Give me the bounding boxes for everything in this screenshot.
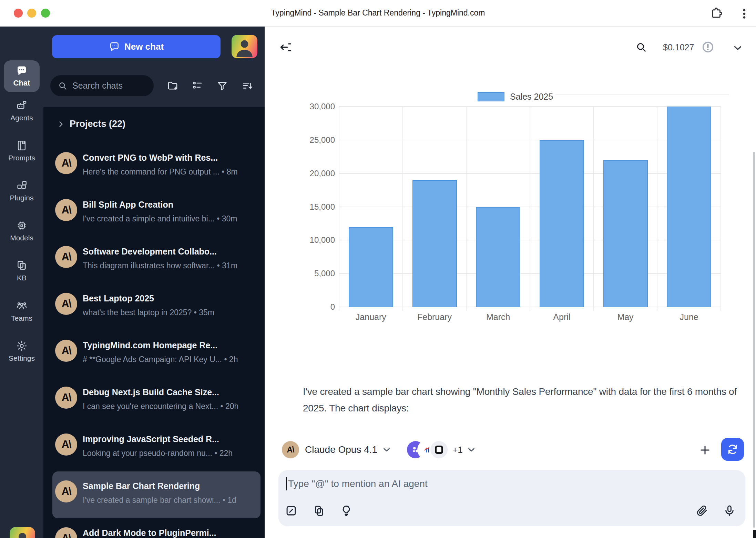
cost-warning-icon[interactable] — [702, 41, 714, 53]
y-axis-tick: 10,000 — [287, 235, 335, 245]
plugins-chevron-icon[interactable] — [466, 445, 477, 455]
chat-list-item[interactable]: A\Debug Next.js Build Cache Size...I can… — [52, 378, 260, 425]
rail-item-label: Prompts — [8, 154, 35, 162]
x-axis-label: May — [594, 312, 657, 322]
chat-list-item[interactable]: A\Improving JavaScript Seeded R...Lookin… — [52, 425, 260, 471]
x-axis-label: March — [467, 312, 530, 322]
bar-april — [540, 140, 584, 307]
x-axis-label: January — [339, 312, 402, 322]
text-cursor — [286, 477, 287, 490]
chat-snippet: # **Google Ads Campaign: API Key U... • … — [83, 354, 257, 365]
window-titlebar: TypingMind - Sample Bar Chart Rendering … — [0, 0, 756, 27]
anthropic-logo-avatar: A\ — [55, 480, 77, 502]
model-selector-row: A\ Claude Opus 4.1 +1 — [282, 441, 477, 458]
new-chat-button[interactable]: New chat — [52, 35, 221, 58]
new-folder-icon[interactable] — [167, 80, 178, 92]
chat-title: Improving JavaScript Seeded R... — [83, 434, 257, 445]
chat-list-item[interactable]: A\Convert PNG to WebP with Res...Here's … — [52, 143, 260, 190]
search-placeholder: Search chats — [72, 81, 123, 91]
user-avatar[interactable] — [10, 527, 35, 538]
chat-bubble-icon — [16, 65, 28, 77]
copy-pages-kb-icon — [16, 260, 28, 271]
rail-item-prompts[interactable]: Prompts — [0, 140, 43, 176]
lightbulb-icon[interactable] — [340, 504, 353, 517]
anthropic-logo-avatar: A\ — [282, 441, 299, 458]
y-axis-tick: 25,000 — [287, 135, 335, 145]
chat-bubble-icon — [109, 41, 120, 52]
window-title: TypingMind - Sample Bar Chart Rendering … — [0, 8, 756, 18]
notebook-prompts-icon — [16, 140, 28, 151]
anthropic-logo-avatar: A\ — [55, 293, 77, 315]
model-chevron-icon[interactable] — [381, 445, 392, 455]
rail-item-label: Chat — [13, 79, 30, 88]
chat-title: Sample Bar Chart Rendering — [83, 480, 257, 491]
rail-item-models[interactable]: Models — [0, 220, 43, 256]
search-conversation-icon[interactable] — [635, 41, 647, 53]
search-icon — [58, 81, 68, 91]
filter-funnel-icon[interactable] — [216, 80, 228, 92]
bar-may — [603, 160, 648, 307]
projects-header[interactable]: Projects (22) — [70, 119, 125, 129]
rail-item-plugins[interactable]: Plugins — [0, 180, 43, 216]
chat-title: Software Development Collabo... — [83, 246, 257, 257]
projects-chevron-icon[interactable] — [57, 120, 65, 129]
person-silhouette — [10, 527, 35, 538]
bulk-select-list-icon[interactable] — [192, 80, 203, 92]
chat-list-item[interactable]: A\Sample Bar Chart RenderingI've created… — [52, 471, 260, 518]
edit-canvas-icon[interactable] — [285, 504, 298, 517]
bar-march — [476, 207, 520, 307]
rail-item-chat[interactable]: Chat — [4, 60, 40, 92]
legend-label: Sales 2025 — [510, 92, 553, 102]
assistant-message-text: I've created a sample bar chart showing … — [303, 383, 751, 417]
extensions-puzzle-icon[interactable] — [710, 7, 723, 20]
chat-list-item[interactable]: A\TypingMind.com Homepage Re...# **Googl… — [52, 331, 260, 378]
chart-legend[interactable]: Sales 2025 — [478, 92, 553, 102]
gridline-v — [657, 107, 657, 311]
square-glyph — [435, 446, 443, 454]
y-axis-tick: 0 — [287, 302, 335, 312]
chat-list-item[interactable]: A\Add Dark Mode to PluginPermi... — [52, 518, 260, 538]
chat-snippet: This diagram illustrates how softwar... … — [83, 260, 257, 271]
rail-item-settings[interactable]: Settings — [0, 340, 43, 376]
app-window: TypingMind - Sample Bar Chart Rendering … — [0, 0, 756, 538]
anthropic-logo-avatar: A\ — [55, 199, 77, 221]
scrollbar-thumb[interactable] — [753, 152, 755, 528]
regenerate-button[interactable] — [721, 438, 744, 461]
gridline-v — [466, 107, 467, 311]
scrollbar-corner — [753, 530, 756, 538]
people-teams-icon — [16, 300, 28, 312]
chat-title: Convert PNG to WebP with Res... — [83, 152, 257, 163]
gridline-v — [593, 107, 594, 311]
rail-item-agents[interactable]: Agents — [0, 100, 43, 136]
y-axis-tick: 30,000 — [287, 102, 335, 111]
add-attachment-plus-icon[interactable] — [699, 444, 711, 456]
chat-list-item[interactable]: A\Bill Split App CreationI've created a … — [52, 190, 260, 237]
chat-snippet: what's the best laptop in 2025? • 35m — [83, 307, 257, 318]
cost-display: $0.1027 — [663, 42, 694, 52]
browser-menu-kebab-icon[interactable] — [738, 8, 750, 20]
rail-item-label: Teams — [11, 314, 32, 322]
rail-item-kb[interactable]: KB — [0, 260, 43, 296]
chat-snippet: I can see you're encountering a Next... … — [83, 401, 257, 411]
microphone-icon[interactable] — [723, 504, 736, 517]
attach-paperclip-icon[interactable] — [695, 504, 708, 517]
gridline-v — [530, 107, 530, 311]
copy-pages-icon[interactable] — [312, 504, 325, 517]
bar-june — [667, 107, 711, 307]
rail-item-teams[interactable]: Teams — [0, 300, 43, 336]
anthropic-logo-avatar: A\ — [55, 246, 77, 268]
search-chats-input[interactable]: Search chats — [50, 75, 154, 96]
blocks-plugins-icon — [16, 180, 28, 191]
plugin-icon-3[interactable] — [430, 441, 448, 458]
profile-avatar[interactable] — [232, 35, 257, 58]
sort-icon[interactable] — [242, 80, 253, 92]
anthropic-logo-avatar: A\ — [55, 152, 77, 174]
collapse-sidebar-icon[interactable] — [279, 41, 292, 54]
chevron-down-icon[interactable] — [732, 42, 744, 54]
input-placeholder-row: Type "@" to mention an AI agent — [286, 477, 428, 490]
chat-list-item[interactable]: A\Software Development Collabo...This di… — [52, 237, 260, 284]
message-input[interactable]: Type "@" to mention an AI agent — [278, 470, 745, 526]
chat-title: TypingMind.com Homepage Re... — [83, 340, 257, 351]
gridline-v — [402, 107, 403, 311]
chat-list-item[interactable]: A\Best Laptop 2025what's the best laptop… — [52, 284, 260, 331]
